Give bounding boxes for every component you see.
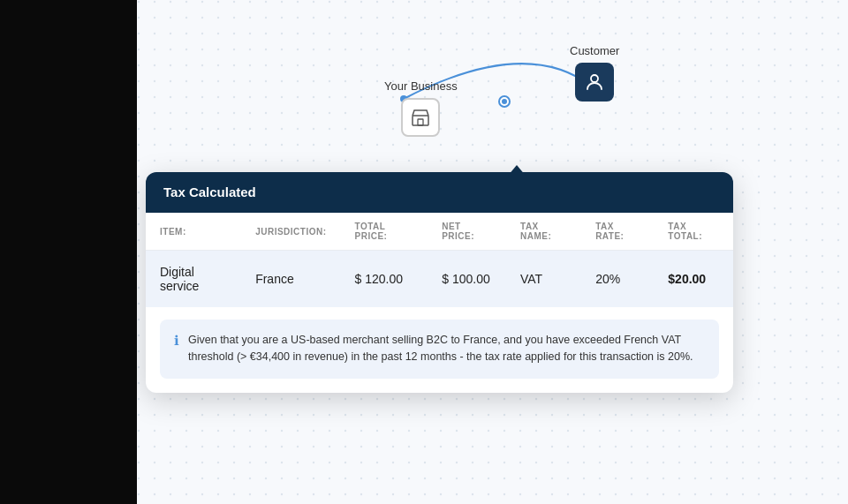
tax-table: ITEM: JURISDICTION: TOTAL PRICE: NET PRI… <box>146 213 733 307</box>
svg-rect-4 <box>418 119 423 125</box>
card-header: Tax Calculated <box>146 172 733 213</box>
business-node: Your Business <box>384 79 458 137</box>
customer-node: Customer <box>570 44 619 102</box>
cell-net-price: $ 100.00 <box>428 251 506 308</box>
cell-jurisdiction: France <box>241 251 340 308</box>
svg-rect-3 <box>413 116 428 125</box>
customer-icon <box>575 63 614 102</box>
left-panel <box>0 0 137 504</box>
table-header-row: ITEM: JURISDICTION: TOTAL PRICE: NET PRI… <box>146 213 733 251</box>
info-icon: ℹ <box>174 333 179 349</box>
card-title: Tax Calculated <box>163 184 256 199</box>
col-header-jurisdiction: JURISDICTION: <box>241 213 340 251</box>
main-background: Your Business Customer <box>137 0 848 504</box>
cell-tax-rate: 20% <box>581 251 654 308</box>
customer-label: Customer <box>570 44 619 57</box>
info-box: ℹ Given that you are a US-based merchant… <box>160 320 719 379</box>
card-body: ITEM: JURISDICTION: TOTAL PRICE: NET PRI… <box>146 213 733 379</box>
table-row: Digital service France $ 120.00 $ 100.00… <box>146 251 733 308</box>
cell-item: Digital service <box>146 251 241 308</box>
business-label: Your Business <box>384 79 458 93</box>
card-arrow <box>508 165 526 176</box>
svg-point-5 <box>591 75 598 82</box>
info-text: Given that you are a US-based merchant s… <box>188 332 705 366</box>
col-header-tax-total: TAX TOTAL: <box>654 213 733 251</box>
col-header-tax-name: TAX NAME: <box>506 213 581 251</box>
col-header-tax-rate: TAX RATE: <box>581 213 654 251</box>
col-header-total-price: TOTAL PRICE: <box>341 213 428 251</box>
tax-calculated-card: Tax Calculated ITEM: JURISDICTION: TOTAL… <box>146 172 733 393</box>
cell-tax-total: $20.00 <box>654 251 733 308</box>
cell-tax-name: VAT <box>506 251 581 308</box>
col-header-net-price: NET PRICE: <box>428 213 506 251</box>
customer-location-dot <box>500 97 509 106</box>
business-icon <box>401 98 440 137</box>
col-header-item: ITEM: <box>146 213 241 251</box>
cell-total-price: $ 120.00 <box>341 251 428 308</box>
